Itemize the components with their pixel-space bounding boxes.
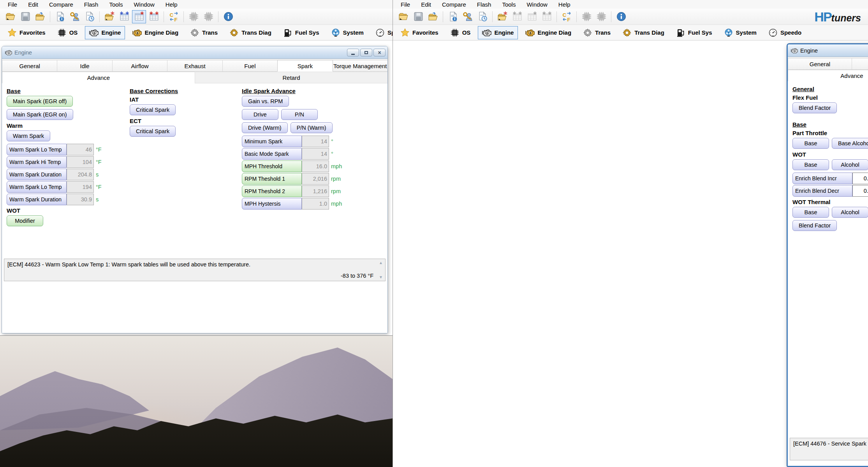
tab-fuel[interactable]: Fuel — [222, 60, 278, 72]
ribbon-tab-system[interactable]: System — [720, 26, 761, 39]
open-file-icon[interactable] — [4, 10, 18, 23]
basic-mode-spark-button[interactable]: Basic Mode Spark — [242, 148, 302, 160]
minimize-button[interactable] — [347, 49, 359, 56]
warm-spark-lo-temp-button[interactable]: Warm Spark Lo Temp — [7, 144, 67, 155]
file-menu[interactable]: File — [401, 1, 410, 9]
ribbon-tab-speedo[interactable]: Speedo — [764, 26, 806, 39]
enrich-blend-incr-button[interactable]: Enrich Blend Incr — [792, 173, 852, 184]
rpm-theshold-2-value[interactable] — [302, 185, 329, 197]
ribbon-tab-trans-diag[interactable]: Trans Diag — [618, 26, 669, 39]
base-button[interactable]: Base — [792, 138, 829, 149]
warm-spark-hi-temp-value[interactable] — [67, 156, 94, 168]
tab-exhaust[interactable]: Exhaust — [167, 60, 222, 72]
edit-menu[interactable]: Edit — [28, 1, 38, 9]
open-tune-icon[interactable] — [33, 10, 47, 23]
tools-menu[interactable]: Tools — [109, 1, 123, 9]
restore-button[interactable] — [360, 49, 372, 56]
mph-hystersis-button[interactable]: MPH Hystersis — [242, 198, 302, 210]
warm-spark-lo-temp-button[interactable]: Warm Spark Lo Temp — [7, 181, 67, 193]
flash-menu[interactable]: Flash — [84, 1, 99, 9]
ribbon-tab-fuel-sys[interactable]: Fuel Sys — [279, 26, 324, 39]
subtab-advance[interactable]: Advance — [788, 70, 868, 81]
main-spark-egr-on-button[interactable]: Main Spark (EGR on) — [7, 109, 73, 120]
window-menu[interactable]: Window — [526, 1, 547, 9]
tab-idle[interactable]: Idle — [852, 58, 868, 70]
warm-spark-lo-temp-value[interactable] — [67, 144, 94, 155]
ribbon-tab-os[interactable]: OS — [446, 26, 475, 39]
flash-menu[interactable]: Flash — [477, 1, 491, 9]
file-info-icon[interactable] — [446, 10, 460, 23]
compare-open-icon[interactable] — [102, 10, 116, 23]
critical-spark-button[interactable]: Critical Spark — [130, 104, 176, 115]
compare-swap-icon[interactable]: CF — [560, 10, 574, 23]
open-file-icon[interactable] — [396, 10, 410, 23]
mph-hystersis-value[interactable] — [302, 198, 329, 210]
tab-general[interactable]: General — [788, 58, 852, 70]
warm-spark-duration-value[interactable] — [67, 169, 94, 180]
warm-spark-duration-value[interactable] — [67, 194, 94, 205]
file-history-icon[interactable] — [475, 10, 489, 23]
drive-warm-button[interactable]: Drive (Warm) — [242, 122, 288, 133]
warm-spark-hi-temp-button[interactable]: Warm Spark Hi Temp — [7, 156, 67, 168]
info-icon[interactable] — [221, 10, 235, 23]
vehicle-key-icon[interactable] — [68, 10, 82, 23]
window-titlebar[interactable]: Engine × — [788, 44, 868, 57]
ribbon-tab-system[interactable]: System — [327, 26, 368, 39]
edit-menu[interactable]: Edit — [421, 1, 431, 9]
p-n-warm-button[interactable]: P/N (Warm) — [291, 122, 333, 133]
gain-vs-rpm-button[interactable]: Gain vs. RPM — [242, 96, 289, 107]
drive-button[interactable]: Drive — [242, 109, 278, 120]
warm-spark-lo-temp-value[interactable] — [67, 181, 94, 193]
file-history-icon[interactable] — [83, 10, 97, 23]
window-titlebar[interactable]: Engine × — [2, 46, 387, 59]
rpm-theshold-1-button[interactable]: RPM Theshold 1 — [242, 173, 302, 185]
file-menu[interactable]: File — [8, 1, 17, 9]
scroll-up-icon[interactable]: ▲ — [379, 261, 383, 265]
scroll-down-icon[interactable]: ▼ — [379, 275, 383, 279]
basic-mode-spark-value[interactable] — [302, 148, 329, 160]
tools-menu[interactable]: Tools — [502, 1, 516, 9]
ribbon-tab-favorites[interactable]: Favorites — [3, 26, 50, 39]
ribbon-tab-fuel-sys[interactable]: Fuel Sys — [672, 26, 717, 39]
save-file-icon[interactable] — [411, 10, 425, 23]
ribbon-tab-trans[interactable]: Trans — [186, 26, 222, 39]
warm-spark-button[interactable]: Warm Spark — [7, 130, 50, 141]
ribbon-tab-engine-diag[interactable]: Engine Diag — [521, 26, 576, 39]
critical-spark-button[interactable]: Critical Spark — [130, 126, 176, 137]
tab-general[interactable]: General — [2, 60, 57, 72]
tab-spark[interactable]: Spark — [277, 60, 333, 72]
compare-swap-icon[interactable]: CF — [167, 10, 181, 23]
compare-menu[interactable]: Compare — [442, 1, 466, 9]
alcohol-button[interactable]: Alcohol — [832, 207, 868, 218]
ribbon-tab-engine[interactable]: Engine — [85, 26, 125, 39]
compare-open-icon[interactable] — [495, 10, 509, 23]
alcohol-button[interactable]: Alcohol — [832, 159, 868, 170]
enrich-blend-decr-value[interactable] — [852, 185, 868, 197]
ribbon-tab-engine[interactable]: Engine — [478, 26, 518, 39]
table-blue-icon[interactable] — [117, 10, 131, 23]
save-file-icon[interactable] — [18, 10, 32, 23]
base-button[interactable]: Base — [792, 207, 829, 218]
help-menu[interactable]: Help — [558, 1, 570, 9]
mph-threshold-value[interactable] — [302, 160, 329, 172]
ribbon-tab-trans[interactable]: Trans — [579, 26, 615, 39]
compare-menu[interactable]: Compare — [49, 1, 73, 9]
vehicle-key-icon[interactable] — [461, 10, 475, 23]
main-spark-egr-off-button[interactable]: Main Spark (EGR off) — [7, 96, 73, 107]
table-open-icon[interactable] — [132, 10, 146, 23]
rpm-theshold-2-button[interactable]: RPM Theshold 2 — [242, 185, 302, 197]
ribbon-tab-os[interactable]: OS — [53, 26, 82, 39]
help-menu[interactable]: Help — [166, 1, 178, 9]
p-n-button[interactable]: P/N — [281, 109, 318, 120]
minimum-spark-value[interactable] — [302, 136, 329, 147]
blend-factor-button[interactable]: Blend Factor — [792, 102, 837, 113]
warm-spark-duration-button[interactable]: Warm Spark Duration — [7, 169, 67, 180]
tab-idle[interactable]: Idle — [57, 60, 112, 72]
blend-factor-button[interactable]: Blend Factor — [792, 220, 837, 231]
ribbon-tab-trans-diag[interactable]: Trans Diag — [225, 26, 276, 39]
rpm-theshold-1-value[interactable] — [302, 173, 329, 185]
tab-torque-management[interactable]: Torque Management — [333, 60, 388, 72]
enrich-blend-incr-value[interactable] — [852, 173, 868, 184]
window-menu[interactable]: Window — [134, 1, 154, 9]
base-button[interactable]: Base — [792, 159, 829, 170]
